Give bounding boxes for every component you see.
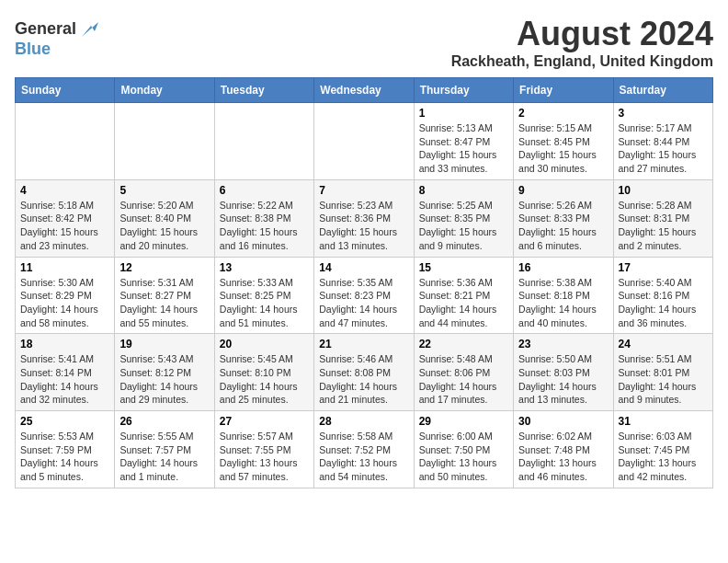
day-info: Sunrise: 5:43 AM Sunset: 8:12 PM Dayligh… xyxy=(119,352,209,407)
day-cell xyxy=(314,103,414,180)
day-number: 23 xyxy=(518,338,608,350)
day-cell: 16Sunrise: 5:38 AM Sunset: 8:18 PM Dayli… xyxy=(514,257,613,334)
day-cell: 18Sunrise: 5:41 AM Sunset: 8:14 PM Dayli… xyxy=(16,334,115,411)
day-info: Sunrise: 6:00 AM Sunset: 7:50 PM Dayligh… xyxy=(419,430,508,484)
day-number: 2 xyxy=(518,107,608,120)
day-info: Sunrise: 5:57 AM Sunset: 7:55 PM Dayligh… xyxy=(220,430,309,484)
day-cell: 31Sunrise: 6:03 AM Sunset: 7:45 PM Dayli… xyxy=(613,411,712,488)
day-info: Sunrise: 6:03 AM Sunset: 7:45 PM Dayligh… xyxy=(619,430,708,484)
day-cell xyxy=(115,103,214,180)
day-info: Sunrise: 5:23 AM Sunset: 8:36 PM Dayligh… xyxy=(319,199,408,253)
column-header-saturday: Saturday xyxy=(613,78,712,103)
column-header-wednesday: Wednesday xyxy=(314,78,414,103)
day-number: 11 xyxy=(20,261,109,274)
day-info: Sunrise: 5:25 AM Sunset: 8:35 PM Dayligh… xyxy=(419,199,508,253)
day-number: 8 xyxy=(419,184,508,197)
day-cell: 4Sunrise: 5:18 AM Sunset: 8:42 PM Daylig… xyxy=(16,179,115,257)
day-cell: 23Sunrise: 5:50 AM Sunset: 8:03 PM Dayli… xyxy=(514,334,613,411)
day-info: Sunrise: 5:18 AM Sunset: 8:42 PM Dayligh… xyxy=(20,199,109,253)
column-header-monday: Monday xyxy=(115,78,214,103)
column-header-tuesday: Tuesday xyxy=(214,78,313,103)
day-cell: 12Sunrise: 5:31 AM Sunset: 8:27 PM Dayli… xyxy=(115,257,214,334)
day-number: 20 xyxy=(220,338,309,350)
day-info: Sunrise: 5:55 AM Sunset: 7:57 PM Dayligh… xyxy=(119,430,209,484)
day-cell: 19Sunrise: 5:43 AM Sunset: 8:12 PM Dayli… xyxy=(115,334,214,411)
day-cell: 7Sunrise: 5:23 AM Sunset: 8:36 PM Daylig… xyxy=(314,179,414,257)
day-cell: 11Sunrise: 5:30 AM Sunset: 8:29 PM Dayli… xyxy=(16,257,115,334)
week-row-4: 18Sunrise: 5:41 AM Sunset: 8:14 PM Dayli… xyxy=(16,334,713,411)
day-info: Sunrise: 5:31 AM Sunset: 8:27 PM Dayligh… xyxy=(119,276,209,330)
day-info: Sunrise: 5:53 AM Sunset: 7:59 PM Dayligh… xyxy=(20,430,109,484)
day-info: Sunrise: 5:40 AM Sunset: 8:16 PM Dayligh… xyxy=(619,276,708,330)
day-info: Sunrise: 5:50 AM Sunset: 8:03 PM Dayligh… xyxy=(518,352,608,407)
day-cell: 10Sunrise: 5:28 AM Sunset: 8:31 PM Dayli… xyxy=(613,179,712,257)
day-number: 30 xyxy=(518,415,608,428)
day-number: 16 xyxy=(518,261,608,274)
week-row-3: 11Sunrise: 5:30 AM Sunset: 8:29 PM Dayli… xyxy=(16,257,713,334)
day-number: 1 xyxy=(419,107,508,120)
day-cell: 29Sunrise: 6:00 AM Sunset: 7:50 PM Dayli… xyxy=(414,411,513,488)
day-info: Sunrise: 6:02 AM Sunset: 7:48 PM Dayligh… xyxy=(518,430,608,484)
day-number: 25 xyxy=(20,415,109,428)
day-cell: 21Sunrise: 5:46 AM Sunset: 8:08 PM Dayli… xyxy=(314,334,414,411)
main-title: August 2024 xyxy=(451,15,713,53)
day-cell: 26Sunrise: 5:55 AM Sunset: 7:57 PM Dayli… xyxy=(115,411,214,488)
day-info: Sunrise: 5:41 AM Sunset: 8:14 PM Dayligh… xyxy=(20,352,109,407)
column-header-friday: Friday xyxy=(514,78,613,103)
day-number: 28 xyxy=(319,415,408,428)
header-row: SundayMondayTuesdayWednesdayThursdayFrid… xyxy=(16,78,713,103)
day-number: 4 xyxy=(20,184,109,197)
svg-marker-0 xyxy=(82,22,98,37)
day-cell: 9Sunrise: 5:26 AM Sunset: 8:33 PM Daylig… xyxy=(514,179,613,257)
day-number: 12 xyxy=(119,261,209,274)
day-number: 19 xyxy=(119,338,209,350)
day-cell: 15Sunrise: 5:36 AM Sunset: 8:21 PM Dayli… xyxy=(414,257,513,334)
logo-text-line1: General xyxy=(15,20,76,39)
day-number: 7 xyxy=(319,184,408,197)
day-number: 29 xyxy=(419,415,508,428)
day-number: 15 xyxy=(419,261,508,274)
day-info: Sunrise: 5:46 AM Sunset: 8:08 PM Dayligh… xyxy=(319,352,408,407)
day-info: Sunrise: 5:45 AM Sunset: 8:10 PM Dayligh… xyxy=(220,352,309,407)
day-number: 27 xyxy=(220,415,309,428)
day-cell: 20Sunrise: 5:45 AM Sunset: 8:10 PM Dayli… xyxy=(214,334,313,411)
day-number: 18 xyxy=(20,338,109,350)
calendar-table: SundayMondayTuesdayWednesdayThursdayFrid… xyxy=(15,77,713,488)
page-header: General Blue August 2024 Rackheath, Engl… xyxy=(15,15,713,70)
day-info: Sunrise: 5:26 AM Sunset: 8:33 PM Dayligh… xyxy=(518,199,608,253)
day-cell: 28Sunrise: 5:58 AM Sunset: 7:52 PM Dayli… xyxy=(314,411,414,488)
day-info: Sunrise: 5:30 AM Sunset: 8:29 PM Dayligh… xyxy=(20,276,109,330)
week-row-2: 4Sunrise: 5:18 AM Sunset: 8:42 PM Daylig… xyxy=(16,179,713,257)
day-cell: 3Sunrise: 5:17 AM Sunset: 8:44 PM Daylig… xyxy=(613,103,712,180)
logo-text-line2: Blue xyxy=(15,40,100,59)
day-number: 31 xyxy=(619,415,708,428)
week-row-5: 25Sunrise: 5:53 AM Sunset: 7:59 PM Dayli… xyxy=(16,411,713,488)
day-number: 9 xyxy=(518,184,608,197)
day-cell: 2Sunrise: 5:15 AM Sunset: 8:45 PM Daylig… xyxy=(514,103,613,180)
day-number: 13 xyxy=(220,261,309,274)
day-cell: 17Sunrise: 5:40 AM Sunset: 8:16 PM Dayli… xyxy=(613,257,712,334)
logo-icon xyxy=(78,18,100,40)
logo: General Blue xyxy=(15,18,100,59)
day-cell: 6Sunrise: 5:22 AM Sunset: 8:38 PM Daylig… xyxy=(214,179,313,257)
column-header-sunday: Sunday xyxy=(16,78,115,103)
day-number: 10 xyxy=(619,184,708,197)
day-cell xyxy=(16,103,115,180)
day-info: Sunrise: 5:58 AM Sunset: 7:52 PM Dayligh… xyxy=(319,430,408,484)
day-number: 24 xyxy=(619,338,708,350)
day-number: 26 xyxy=(119,415,209,428)
day-number: 5 xyxy=(119,184,209,197)
day-cell: 14Sunrise: 5:35 AM Sunset: 8:23 PM Dayli… xyxy=(314,257,414,334)
day-number: 6 xyxy=(220,184,309,197)
day-info: Sunrise: 5:22 AM Sunset: 8:38 PM Dayligh… xyxy=(220,199,309,253)
week-row-1: 1Sunrise: 5:13 AM Sunset: 8:47 PM Daylig… xyxy=(16,103,713,180)
day-info: Sunrise: 5:17 AM Sunset: 8:44 PM Dayligh… xyxy=(619,121,708,176)
subtitle: Rackheath, England, United Kingdom xyxy=(451,53,713,70)
day-info: Sunrise: 5:51 AM Sunset: 8:01 PM Dayligh… xyxy=(619,352,708,407)
day-number: 3 xyxy=(619,107,708,120)
day-number: 17 xyxy=(619,261,708,274)
day-info: Sunrise: 5:35 AM Sunset: 8:23 PM Dayligh… xyxy=(319,276,408,330)
day-cell: 22Sunrise: 5:48 AM Sunset: 8:06 PM Dayli… xyxy=(414,334,513,411)
day-cell: 1Sunrise: 5:13 AM Sunset: 8:47 PM Daylig… xyxy=(414,103,513,180)
day-info: Sunrise: 5:33 AM Sunset: 8:25 PM Dayligh… xyxy=(220,276,309,330)
